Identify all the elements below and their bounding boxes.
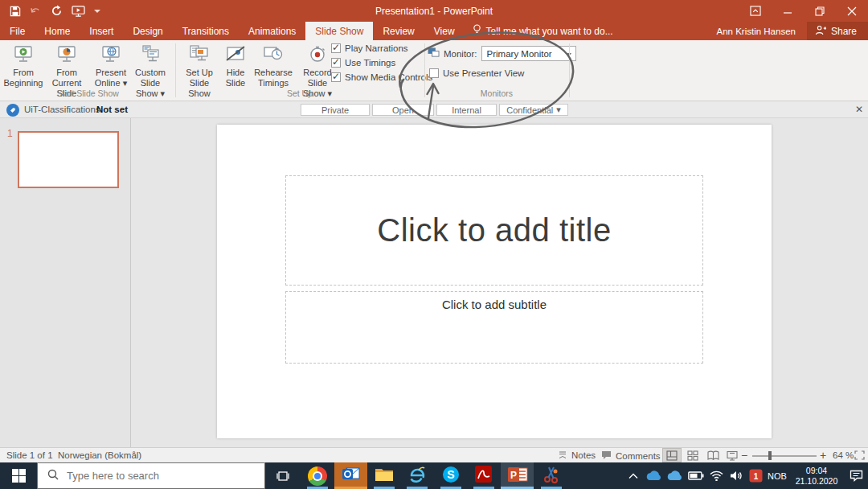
classification-private-button[interactable]: Private	[301, 104, 370, 116]
tab-review[interactable]: Review	[373, 22, 424, 40]
language-indicator-tray[interactable]: NOB	[764, 462, 790, 489]
subtitle-placeholder[interactable]: Click to add subtitle	[285, 291, 703, 364]
slide-sorter-view-button[interactable]	[683, 448, 702, 462]
rehearse-timings-icon	[252, 42, 294, 68]
minimize-button[interactable]	[772, 0, 804, 22]
show-media-controls-checkbox[interactable]: Show Media Controls	[331, 72, 432, 82]
slide-thumbnail-number: 1	[7, 128, 13, 139]
zoom-slider-track[interactable]	[752, 455, 817, 457]
use-presenter-view-checkbox[interactable]: Use Presenter View	[429, 68, 524, 78]
tab-insert[interactable]: Insert	[80, 22, 123, 40]
language-indicator[interactable]: Norwegian (Bokmål)	[58, 450, 141, 460]
fit-slide-to-window-button[interactable]	[852, 448, 866, 462]
taskbar-powerpoint-button[interactable]: P	[501, 462, 534, 489]
play-narrations-checkbox[interactable]: Play Narrations	[331, 43, 408, 53]
classification-close-icon[interactable]: ✕	[855, 104, 863, 115]
search-input[interactable]	[67, 470, 244, 482]
slide-show-view-button[interactable]	[723, 448, 742, 462]
taskbar-search-box[interactable]	[37, 462, 265, 489]
tab-design[interactable]: Design	[123, 22, 172, 40]
taskbar-skype-button[interactable]: S	[434, 462, 467, 489]
tab-transitions[interactable]: Transitions	[173, 22, 239, 40]
svg-text:1: 1	[753, 472, 758, 481]
taskbar-snipping-tool-button[interactable]	[534, 462, 567, 489]
classification-confidential-button[interactable]: Confidential ▾	[499, 104, 568, 116]
tab-animations[interactable]: Animations	[239, 22, 305, 40]
taskbar-chrome-button[interactable]	[301, 462, 334, 489]
rehearse-timings-button[interactable]: Rehearse Timings	[252, 42, 294, 95]
status-bar: Slide 1 of 1 Norwegian (Bokmål) Notes Co…	[0, 447, 868, 462]
tab-file[interactable]: File	[0, 22, 35, 40]
onedrive-icon[interactable]	[644, 462, 664, 489]
from-beginning-icon	[3, 42, 43, 68]
notes-button[interactable]: Notes	[558, 450, 596, 461]
tray-notification-badge-icon[interactable]: 1	[747, 462, 764, 489]
share-button[interactable]: Share	[807, 22, 868, 40]
volume-icon[interactable]	[727, 462, 746, 489]
classification-value: Not set	[96, 105, 128, 114]
skype-icon: S	[441, 465, 461, 487]
set-up-slide-show-icon	[178, 42, 220, 68]
use-timings-checkbox[interactable]: Use Timings	[331, 58, 395, 68]
acrobat-icon	[474, 465, 493, 487]
comments-button[interactable]: Comments	[601, 450, 661, 462]
signed-in-user[interactable]: Ann Kristin Hansen	[717, 27, 796, 36]
zoom-in-button[interactable]: +	[820, 449, 826, 462]
taskbar-clock[interactable]: 09:04 21.10.2020	[790, 462, 843, 489]
group-separator	[569, 43, 570, 97]
notes-icon	[558, 450, 567, 461]
outlook-icon	[342, 465, 361, 487]
present-online-icon	[92, 42, 130, 68]
svg-text:S: S	[447, 468, 454, 481]
battery-icon[interactable]	[686, 462, 706, 489]
taskbar-outlook-button[interactable]	[334, 462, 367, 489]
restore-button[interactable]	[804, 0, 836, 22]
hide-slide-button[interactable]: Hide Slide	[220, 42, 251, 95]
slide-thumbnail[interactable]	[18, 131, 119, 188]
taskbar-internet-explorer-button[interactable]	[400, 462, 433, 489]
window-title: Presentation1 - PowerPoint	[0, 0, 868, 22]
tab-view[interactable]: View	[424, 22, 465, 40]
powerpoint-icon: P	[507, 465, 528, 487]
monitor-label: Monitor:	[444, 49, 477, 59]
close-button[interactable]	[836, 0, 868, 22]
svg-text:P: P	[510, 470, 516, 481]
task-view-button[interactable]	[267, 462, 299, 489]
share-person-icon	[815, 25, 826, 38]
from-current-slide-button[interactable]: From Current Slide	[43, 42, 90, 95]
checkbox-checked-icon	[331, 58, 341, 68]
monitor-dropdown[interactable]: Primary Monitor	[481, 46, 576, 61]
snipping-tool-icon	[542, 465, 561, 487]
onedrive-personal-icon[interactable]	[665, 462, 685, 489]
workspace: 1 Click to add title Click to add subtit…	[0, 118, 868, 447]
action-center-icon[interactable]	[845, 462, 867, 489]
checkbox-unchecked-icon	[429, 68, 439, 78]
classification-open-button[interactable]: Open	[372, 104, 434, 116]
slide-counter: Slide 1 of 1	[6, 450, 53, 460]
monitor-icon	[428, 47, 440, 60]
zoom-slider-handle[interactable]	[768, 451, 772, 460]
normal-view-button[interactable]	[662, 448, 682, 462]
wifi-icon[interactable]	[706, 462, 726, 489]
custom-slide-show-icon	[127, 42, 174, 68]
tab-home[interactable]: Home	[35, 22, 80, 40]
taskbar-file-explorer-button[interactable]	[367, 462, 400, 489]
slide-thumbnail-panel: 1	[0, 118, 131, 447]
from-beginning-button[interactable]: From Beginning	[3, 42, 43, 95]
classification-internal-button[interactable]: Internal	[436, 104, 497, 116]
slide-canvas[interactable]: Click to add title Click to add subtitle	[217, 125, 772, 438]
zoom-out-button[interactable]: −	[741, 449, 747, 462]
set-up-slide-show-button[interactable]: Set Up Slide Show	[178, 42, 220, 95]
taskbar-acrobat-button[interactable]	[467, 462, 500, 489]
custom-slide-show-button[interactable]: Custom Slide Show ▾	[127, 42, 174, 95]
start-button[interactable]	[0, 462, 37, 489]
title-placeholder[interactable]: Click to add title	[285, 175, 703, 286]
present-online-button[interactable]: Present Online ▾	[92, 42, 130, 95]
window-controls	[739, 0, 868, 22]
zoom-level[interactable]: 64 %	[833, 450, 854, 460]
tell-me-box[interactable]: Tell me what you want to do...	[465, 22, 621, 40]
reading-view-button[interactable]	[703, 448, 723, 462]
tab-slide-show[interactable]: Slide Show	[305, 22, 373, 40]
ribbon-display-options-button[interactable]	[739, 0, 772, 22]
tray-chevron-up-icon[interactable]	[625, 462, 641, 489]
